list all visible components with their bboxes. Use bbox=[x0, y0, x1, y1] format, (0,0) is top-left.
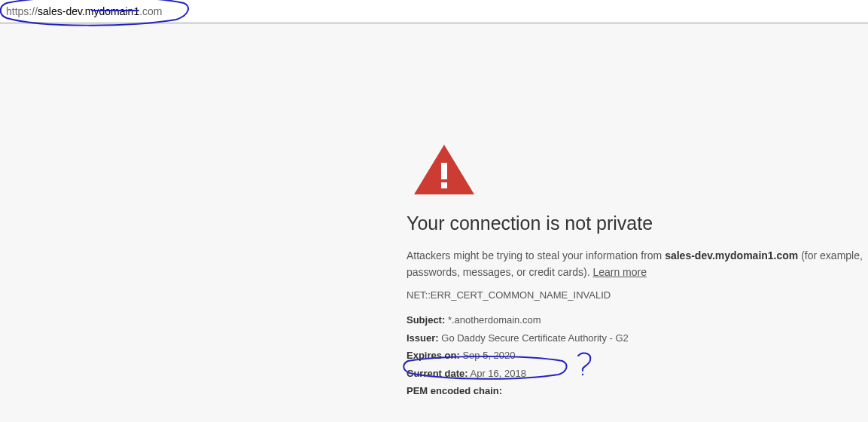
cert-current-value: Apr 16, 2018 bbox=[471, 368, 526, 379]
svg-rect-2 bbox=[441, 182, 447, 188]
cert-expires-value: Sep 5, 2020 bbox=[462, 350, 515, 361]
cert-issuer-value: Go Daddy Secure Certificate Authority - … bbox=[441, 332, 629, 344]
cert-subject-label: Subject: bbox=[407, 314, 445, 326]
learn-more-link[interactable]: Learn more bbox=[592, 266, 647, 278]
cert-details-block: Subject: *.anotherdomain.com Issuer: Go … bbox=[407, 311, 868, 399]
cert-expires-row: Expires on: Sep 5, 2020 bbox=[407, 347, 868, 364]
page-content: Your connection is not private Attackers… bbox=[0, 24, 868, 422]
error-code: NET::ERR_CERT_COMMON_NAME_INVALID bbox=[407, 289, 868, 301]
cert-current-row: Current date: Apr 16, 2018 bbox=[407, 365, 868, 382]
error-domain-bold: sales-dev.mydomain1.com bbox=[665, 249, 798, 261]
cert-pem-label: PEM encoded chain: bbox=[407, 385, 502, 396]
url-host: sales-dev.mydomain1 bbox=[38, 5, 139, 17]
cert-issuer-label: Issuer: bbox=[407, 332, 439, 344]
cert-current-label: Current date: bbox=[407, 368, 468, 379]
cert-subject-value: *.anotherdomain.com bbox=[448, 314, 541, 326]
cert-pem-row: PEM encoded chain: bbox=[407, 382, 868, 399]
ssl-error-page: Your connection is not private Attackers… bbox=[407, 145, 868, 399]
svg-rect-1 bbox=[441, 163, 447, 179]
browser-address-bar[interactable]: https://sales-dev.mydomain1.com bbox=[0, 0, 868, 23]
error-body-text: Attackers might be trying to steal your … bbox=[407, 248, 866, 280]
cert-subject-row: Subject: *.anotherdomain.com bbox=[407, 311, 868, 329]
url-scheme: https:// bbox=[6, 5, 38, 17]
error-body-prefix: Attackers might be trying to steal your … bbox=[407, 249, 665, 261]
warning-triangle-icon bbox=[414, 145, 868, 197]
cert-issuer-row: Issuer: Go Daddy Secure Certificate Auth… bbox=[407, 329, 868, 347]
cert-expires-label: Expires on: bbox=[407, 350, 460, 361]
error-title: Your connection is not private bbox=[407, 213, 868, 234]
url-tld: .com bbox=[139, 5, 162, 17]
